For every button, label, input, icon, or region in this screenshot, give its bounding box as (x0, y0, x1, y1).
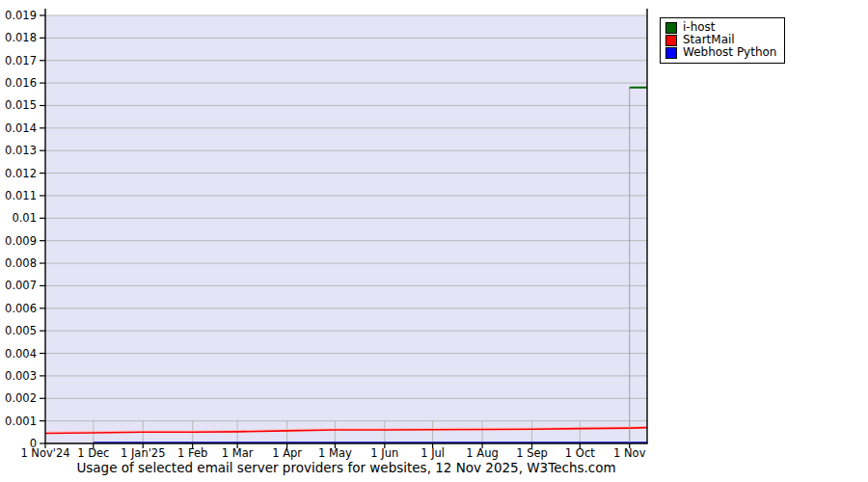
x-tick-label: 1 Apr (272, 446, 302, 460)
y-tick-label: 0.01 (12, 211, 37, 225)
y-tick-label: 0.018 (5, 31, 37, 44)
chart-title: Usage of selected email server providers… (45, 460, 647, 475)
chart-canvas: 0.0190.0180.0170.0160.0150.0140.0130.012… (0, 0, 868, 482)
legend-swatch-webhost-python (665, 47, 677, 59)
y-tick-label: 0.009 (5, 234, 37, 248)
x-tick-label: 1 Nov (613, 446, 646, 460)
legend: i-hostStartMailWebhost Python (660, 17, 785, 64)
y-tick-label: 0.012 (5, 167, 37, 180)
x-tick-label: 1 Feb (177, 446, 207, 460)
y-tick-label: 0.001 (5, 415, 37, 428)
x-tick-label: 1 Jun (370, 446, 398, 460)
y-tick-label: 0.019 (5, 9, 37, 22)
x-tick-label: 1 Sep (516, 446, 548, 460)
legend-item-webhost-python: Webhost Python (665, 46, 776, 59)
y-tick-label: 0.004 (5, 347, 37, 361)
y-tick-label: 0.013 (5, 144, 37, 157)
x-tick-label: 1 May (318, 446, 352, 460)
y-tick-label: 0.017 (5, 54, 37, 67)
w3techs-chart-page: { "chart_data": { "type": "line", "title… (0, 0, 868, 482)
x-tick-label: 1 Mar (222, 446, 254, 460)
y-tick-label: 0.006 (5, 302, 37, 315)
legend-swatch-startmail (665, 35, 677, 46)
x-axis-labels: 1 Nov'241 Dec1 Jan'251 Feb1 Mar1 Apr1 Ma… (20, 446, 645, 460)
legend-swatch-i-host (665, 22, 677, 34)
x-tick-label: 1 Aug (466, 446, 498, 460)
x-tick-label: 1 Oct (565, 446, 595, 460)
x-tick-label: 1 Nov'24 (20, 446, 69, 460)
y-tick-label: 0.005 (5, 324, 37, 337)
y-tick-label: 0.007 (5, 279, 37, 292)
y-tick-label: 0.014 (5, 121, 37, 135)
y-tick-label: 0.011 (5, 189, 37, 202)
x-tick-label: 1 Jan'25 (121, 446, 166, 460)
y-tick-label: 0.016 (5, 76, 37, 90)
y-tick-label: 0.002 (5, 391, 37, 405)
legend-label: Webhost Python (683, 46, 776, 59)
y-tick-label: 0.008 (5, 256, 37, 270)
x-tick-label: 1 Dec (77, 446, 109, 460)
y-tick-label: 0.015 (5, 98, 37, 112)
x-tick-label: 1 Jul (420, 446, 445, 460)
y-tick-label: 0.003 (5, 369, 37, 383)
y-axis-labels: 0.0190.0180.0170.0160.0150.0140.0130.012… (5, 9, 37, 450)
plot-area-background (45, 15, 647, 443)
